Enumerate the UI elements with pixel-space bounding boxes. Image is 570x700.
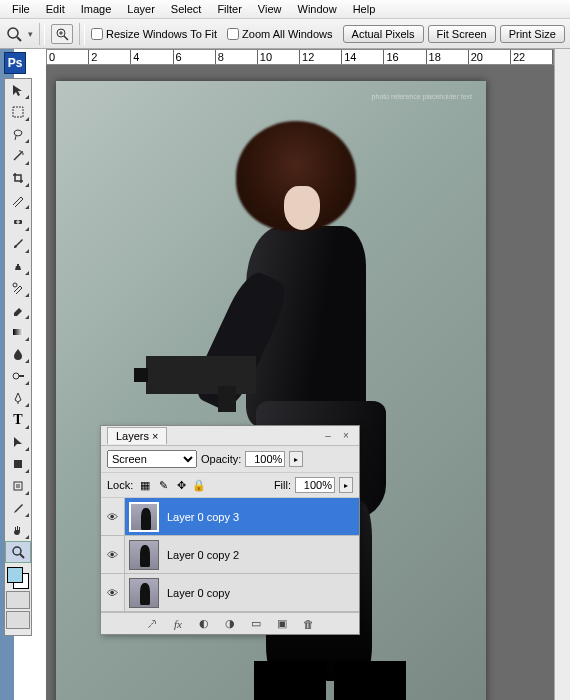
shape-tool[interactable] bbox=[5, 453, 31, 475]
layer-thumbnail[interactable] bbox=[129, 540, 159, 570]
layer-name[interactable]: Layer 0 copy 2 bbox=[163, 549, 239, 561]
marquee-tool[interactable] bbox=[5, 101, 31, 123]
vertical-scrollbar[interactable] bbox=[554, 49, 570, 700]
layer-row[interactable]: 👁 Layer 0 copy bbox=[101, 574, 359, 612]
new-layer-icon[interactable]: ▣ bbox=[273, 616, 291, 632]
menu-filter[interactable]: Filter bbox=[209, 1, 249, 17]
resize-windows-input[interactable] bbox=[91, 28, 103, 40]
layer-group-icon[interactable]: ▭ bbox=[247, 616, 265, 632]
svg-point-8 bbox=[21, 151, 23, 153]
horizontal-ruler: 0 2 4 6 8 10 12 14 16 18 20 22 bbox=[46, 49, 554, 65]
svg-point-0 bbox=[8, 28, 18, 38]
layers-tab[interactable]: Layers × bbox=[107, 427, 167, 444]
zoom-tool[interactable] bbox=[5, 541, 31, 563]
magic-wand-tool[interactable] bbox=[5, 145, 31, 167]
notes-tool[interactable] bbox=[5, 475, 31, 497]
layer-name[interactable]: Layer 0 copy 3 bbox=[163, 511, 239, 523]
menu-select[interactable]: Select bbox=[163, 1, 210, 17]
svg-line-7 bbox=[14, 152, 22, 160]
trash-icon[interactable]: 🗑 bbox=[299, 616, 317, 632]
visibility-eye-icon[interactable]: 👁 bbox=[101, 536, 125, 573]
layer-row[interactable]: 👁 Layer 0 copy 2 bbox=[101, 536, 359, 574]
layer-thumbnail[interactable] bbox=[129, 578, 159, 608]
print-size-button[interactable]: Print Size bbox=[500, 25, 565, 43]
svg-line-23 bbox=[20, 554, 24, 558]
menu-help[interactable]: Help bbox=[345, 1, 384, 17]
layers-panel-titlebar[interactable]: Layers × – × bbox=[101, 426, 359, 446]
dodge-tool[interactable] bbox=[5, 365, 31, 387]
link-layers-icon[interactable]: ⸕ bbox=[143, 616, 161, 632]
tool-preset-dropdown[interactable]: ▾ bbox=[28, 29, 33, 39]
blur-tool[interactable] bbox=[5, 343, 31, 365]
ruler-tick: 8 bbox=[216, 50, 258, 64]
svg-point-14 bbox=[13, 283, 17, 287]
blend-mode-select[interactable]: Screen bbox=[107, 450, 197, 468]
zoom-tool-icon[interactable] bbox=[4, 24, 24, 44]
crop-tool[interactable] bbox=[5, 167, 31, 189]
tools-palette: T bbox=[4, 78, 32, 636]
foreground-color-swatch[interactable] bbox=[7, 567, 23, 583]
path-selection-tool[interactable] bbox=[5, 431, 31, 453]
eraser-tool[interactable] bbox=[5, 299, 31, 321]
layer-row[interactable]: 👁 Layer 0 copy 3 bbox=[101, 498, 359, 536]
screen-mode-toggle[interactable] bbox=[6, 611, 30, 629]
lock-transparency-icon[interactable]: ▦ bbox=[137, 477, 153, 493]
svg-rect-6 bbox=[13, 107, 23, 117]
opacity-value[interactable]: 100% bbox=[245, 451, 285, 467]
adjustment-layer-icon[interactable]: ◑ bbox=[221, 616, 239, 632]
menu-view[interactable]: View bbox=[250, 1, 290, 17]
color-swatches[interactable] bbox=[7, 567, 29, 589]
slice-tool[interactable] bbox=[5, 189, 31, 211]
ruler-tick: 2 bbox=[89, 50, 131, 64]
close-panel-icon[interactable]: × bbox=[339, 430, 353, 442]
lock-pixels-icon[interactable]: ✎ bbox=[155, 477, 171, 493]
clone-stamp-tool[interactable] bbox=[5, 255, 31, 277]
minimize-panel-icon[interactable]: – bbox=[321, 430, 335, 442]
visibility-eye-icon[interactable]: 👁 bbox=[101, 498, 125, 535]
layer-mask-icon[interactable]: ◐ bbox=[195, 616, 213, 632]
menu-image[interactable]: Image bbox=[73, 1, 120, 17]
healing-brush-tool[interactable] bbox=[5, 211, 31, 233]
ruler-tick: 4 bbox=[131, 50, 173, 64]
hand-tool[interactable] bbox=[5, 519, 31, 541]
gradient-tool[interactable] bbox=[5, 321, 31, 343]
zoom-all-input[interactable] bbox=[227, 28, 239, 40]
ruler-tick: 6 bbox=[174, 50, 216, 64]
menu-edit[interactable]: Edit bbox=[38, 1, 73, 17]
move-tool[interactable] bbox=[5, 79, 31, 101]
visibility-eye-icon[interactable]: 👁 bbox=[101, 574, 125, 611]
brush-tool[interactable] bbox=[5, 233, 31, 255]
fill-value[interactable]: 100% bbox=[295, 477, 335, 493]
lock-label: Lock: bbox=[107, 479, 133, 491]
layer-thumbnail[interactable] bbox=[129, 502, 159, 532]
svg-point-22 bbox=[13, 547, 21, 555]
ruler-tick: 22 bbox=[511, 50, 553, 64]
history-brush-tool[interactable] bbox=[5, 277, 31, 299]
resize-windows-checkbox[interactable]: Resize Windows To Fit bbox=[91, 28, 217, 40]
zoom-all-label: Zoom All Windows bbox=[242, 28, 332, 40]
layer-fx-icon[interactable]: fx bbox=[169, 616, 187, 632]
fit-screen-button[interactable]: Fit Screen bbox=[428, 25, 496, 43]
lock-all-icon[interactable]: 🔒 bbox=[191, 477, 207, 493]
zoom-all-checkbox[interactable]: Zoom All Windows bbox=[227, 28, 332, 40]
layers-panel: Layers × – × Screen Opacity: 100% ▸ Lock… bbox=[100, 425, 360, 635]
layer-name[interactable]: Layer 0 copy bbox=[163, 587, 230, 599]
zoom-in-toggle[interactable] bbox=[51, 24, 73, 44]
menu-file[interactable]: File bbox=[4, 1, 38, 17]
fill-slider-toggle[interactable]: ▸ bbox=[339, 477, 353, 493]
type-tool[interactable]: T bbox=[5, 409, 31, 431]
svg-rect-19 bbox=[14, 482, 22, 490]
quick-mask-toggle[interactable] bbox=[6, 591, 30, 609]
menu-window[interactable]: Window bbox=[290, 1, 345, 17]
lasso-tool[interactable] bbox=[5, 123, 31, 145]
eyedropper-tool[interactable] bbox=[5, 497, 31, 519]
lock-position-icon[interactable]: ✥ bbox=[173, 477, 189, 493]
photoshop-logo-icon: Ps bbox=[4, 52, 26, 74]
actual-pixels-button[interactable]: Actual Pixels bbox=[343, 25, 424, 43]
menu-bar: File Edit Image Layer Select Filter View… bbox=[0, 0, 570, 19]
pen-tool[interactable] bbox=[5, 387, 31, 409]
opacity-slider-toggle[interactable]: ▸ bbox=[289, 451, 303, 467]
close-tab-icon[interactable]: × bbox=[152, 430, 158, 442]
menu-layer[interactable]: Layer bbox=[119, 1, 163, 17]
ruler-tick: 18 bbox=[427, 50, 469, 64]
